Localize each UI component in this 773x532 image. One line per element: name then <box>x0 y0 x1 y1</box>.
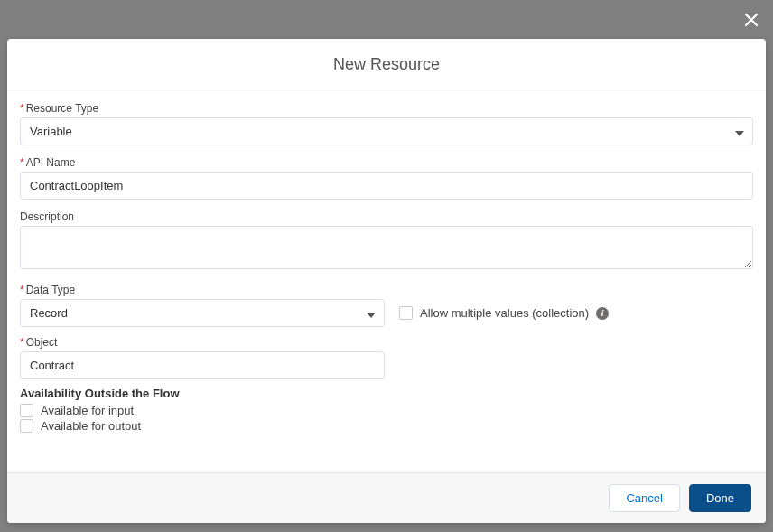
data-type-label: Data Type <box>20 284 385 296</box>
modal-body: Resource Type API Name Description Data … <box>7 89 766 472</box>
description-label: Description <box>20 210 753 223</box>
available-input-checkbox[interactable] <box>20 404 33 417</box>
api-name-group: API Name <box>20 156 753 200</box>
description-textarea[interactable] <box>20 226 753 269</box>
api-name-label: API Name <box>20 156 753 169</box>
done-button[interactable]: Done <box>689 484 751 512</box>
available-output-label: Available for output <box>41 419 141 433</box>
close-icon[interactable] <box>742 11 760 33</box>
resource-type-select[interactable] <box>20 117 753 145</box>
cancel-button[interactable]: Cancel <box>609 484 679 512</box>
available-output-checkbox[interactable] <box>20 419 33 433</box>
data-type-group: Data Type <box>20 284 385 327</box>
description-group: Description <box>20 210 753 273</box>
resource-type-label: Resource Type <box>20 102 753 115</box>
allow-multiple-label: Allow multiple values (collection) <box>420 306 589 320</box>
new-resource-modal: New Resource Resource Type API Name Desc… <box>7 39 766 523</box>
available-input-row: Available for input <box>20 404 753 417</box>
object-group: Object <box>20 336 385 379</box>
info-icon[interactable]: i <box>596 307 609 320</box>
modal-footer: Cancel Done <box>7 472 766 523</box>
modal-title: New Resource <box>7 55 766 74</box>
resource-type-group: Resource Type <box>20 102 753 145</box>
allow-multiple-checkbox[interactable] <box>399 306 413 320</box>
data-type-select[interactable] <box>20 299 385 327</box>
modal-header: New Resource <box>7 39 766 89</box>
available-input-label: Available for input <box>41 404 134 417</box>
api-name-input[interactable] <box>20 172 753 200</box>
object-input[interactable] <box>20 351 385 379</box>
allow-multiple-row: Allow multiple values (collection) i <box>399 284 609 320</box>
available-output-row: Available for output <box>20 419 753 433</box>
availability-heading: Availability Outside the Flow <box>20 387 753 400</box>
object-label: Object <box>20 336 385 349</box>
